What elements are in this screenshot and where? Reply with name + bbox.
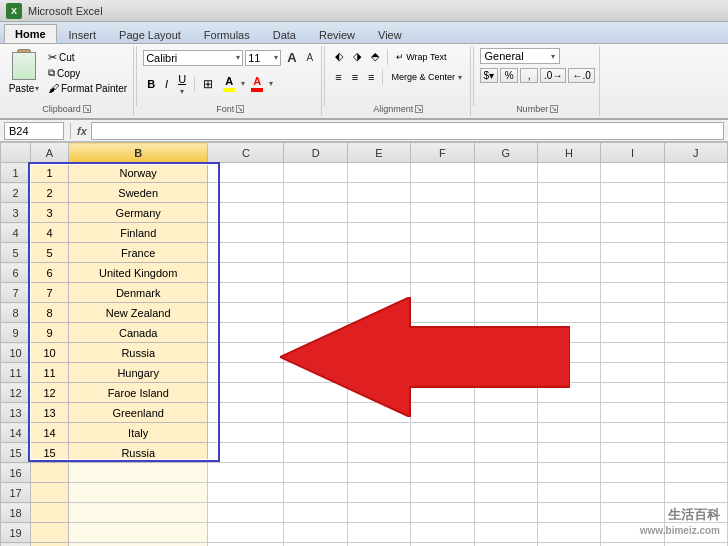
col-header-e[interactable]: E bbox=[347, 143, 410, 163]
cell-h3[interactable] bbox=[537, 203, 600, 223]
bold-button[interactable]: B bbox=[143, 76, 159, 92]
cell-e13[interactable] bbox=[347, 403, 410, 423]
cell-h14[interactable] bbox=[537, 423, 600, 443]
cell-c4[interactable] bbox=[208, 223, 284, 243]
cell-a15[interactable]: 15 bbox=[31, 443, 69, 463]
cell-f18[interactable] bbox=[411, 503, 474, 523]
cell-d14[interactable] bbox=[284, 423, 347, 443]
cell-g13[interactable] bbox=[474, 403, 537, 423]
cell-j7[interactable] bbox=[664, 283, 727, 303]
cell-c19[interactable] bbox=[208, 523, 284, 543]
cell-d1[interactable] bbox=[284, 163, 347, 183]
decrease-decimal-button[interactable]: ←.0 bbox=[568, 68, 594, 83]
cell-g14[interactable] bbox=[474, 423, 537, 443]
cell-f5[interactable] bbox=[411, 243, 474, 263]
cell-h1[interactable] bbox=[537, 163, 600, 183]
col-header-f[interactable]: F bbox=[411, 143, 474, 163]
cell-c11[interactable] bbox=[208, 363, 284, 383]
cell-a17[interactable] bbox=[31, 483, 69, 503]
cell-g18[interactable] bbox=[474, 503, 537, 523]
font-shrink-button[interactable]: A bbox=[303, 50, 318, 65]
cell-c18[interactable] bbox=[208, 503, 284, 523]
cell-h11[interactable] bbox=[537, 363, 600, 383]
cell-c17[interactable] bbox=[208, 483, 284, 503]
cell-b15[interactable]: Russia bbox=[69, 443, 208, 463]
align-top-right-button[interactable]: ⬘ bbox=[367, 48, 383, 65]
cell-f17[interactable] bbox=[411, 483, 474, 503]
cell-d6[interactable] bbox=[284, 263, 347, 283]
cell-j10[interactable] bbox=[664, 343, 727, 363]
font-color-button[interactable]: A bbox=[247, 73, 267, 94]
cut-button[interactable]: ✂ Cut bbox=[46, 50, 129, 65]
cell-h18[interactable] bbox=[537, 503, 600, 523]
cell-f9[interactable] bbox=[411, 323, 474, 343]
cell-h20[interactable] bbox=[537, 543, 600, 547]
cell-f11[interactable] bbox=[411, 363, 474, 383]
cell-a11[interactable]: 11 bbox=[31, 363, 69, 383]
cell-b3[interactable]: Germany bbox=[69, 203, 208, 223]
cell-i12[interactable] bbox=[601, 383, 664, 403]
cell-i10[interactable] bbox=[601, 343, 664, 363]
align-left-button[interactable]: ≡ bbox=[331, 69, 345, 85]
cell-c14[interactable] bbox=[208, 423, 284, 443]
cell-a12[interactable]: 12 bbox=[31, 383, 69, 403]
cell-g17[interactable] bbox=[474, 483, 537, 503]
cell-b8[interactable]: New Zealand bbox=[69, 303, 208, 323]
format-painter-button[interactable]: 🖌 Format Painter bbox=[46, 81, 129, 95]
tab-home[interactable]: Home bbox=[4, 24, 57, 43]
cell-h6[interactable] bbox=[537, 263, 600, 283]
cell-a3[interactable]: 3 bbox=[31, 203, 69, 223]
cell-j14[interactable] bbox=[664, 423, 727, 443]
cell-g12[interactable] bbox=[474, 383, 537, 403]
cell-d10[interactable] bbox=[284, 343, 347, 363]
cell-d2[interactable] bbox=[284, 183, 347, 203]
font-expand-button[interactable]: ↘ bbox=[236, 105, 244, 113]
currency-button[interactable]: $▾ bbox=[480, 68, 499, 83]
cell-i8[interactable] bbox=[601, 303, 664, 323]
cell-h5[interactable] bbox=[537, 243, 600, 263]
cell-g16[interactable] bbox=[474, 463, 537, 483]
number-expand-button[interactable]: ↘ bbox=[550, 105, 558, 113]
col-header-i[interactable]: I bbox=[601, 143, 664, 163]
cell-e12[interactable] bbox=[347, 383, 410, 403]
cell-a10[interactable]: 10 bbox=[31, 343, 69, 363]
merge-center-button[interactable]: Merge & Center ▾ bbox=[387, 70, 465, 84]
col-header-g[interactable]: G bbox=[474, 143, 537, 163]
cell-f1[interactable] bbox=[411, 163, 474, 183]
cell-e16[interactable] bbox=[347, 463, 410, 483]
cell-b16[interactable] bbox=[69, 463, 208, 483]
col-header-b[interactable]: B bbox=[69, 143, 208, 163]
cell-b5[interactable]: France bbox=[69, 243, 208, 263]
cell-d11[interactable] bbox=[284, 363, 347, 383]
cell-d20[interactable] bbox=[284, 543, 347, 547]
cell-b7[interactable]: Denmark bbox=[69, 283, 208, 303]
cell-h12[interactable] bbox=[537, 383, 600, 403]
cell-g4[interactable] bbox=[474, 223, 537, 243]
cell-c9[interactable] bbox=[208, 323, 284, 343]
cell-h8[interactable] bbox=[537, 303, 600, 323]
cell-a16[interactable] bbox=[31, 463, 69, 483]
cell-f8[interactable] bbox=[411, 303, 474, 323]
cell-b10[interactable]: Russia bbox=[69, 343, 208, 363]
cell-d4[interactable] bbox=[284, 223, 347, 243]
cell-i9[interactable] bbox=[601, 323, 664, 343]
cell-i2[interactable] bbox=[601, 183, 664, 203]
cell-j2[interactable] bbox=[664, 183, 727, 203]
cell-c6[interactable] bbox=[208, 263, 284, 283]
cell-c8[interactable] bbox=[208, 303, 284, 323]
cell-i13[interactable] bbox=[601, 403, 664, 423]
cell-a18[interactable] bbox=[31, 503, 69, 523]
cell-h15[interactable] bbox=[537, 443, 600, 463]
italic-button[interactable]: I bbox=[161, 76, 172, 92]
cell-j13[interactable] bbox=[664, 403, 727, 423]
cell-e6[interactable] bbox=[347, 263, 410, 283]
cell-f7[interactable] bbox=[411, 283, 474, 303]
col-header-h[interactable]: H bbox=[537, 143, 600, 163]
cell-b17[interactable] bbox=[69, 483, 208, 503]
cell-c5[interactable] bbox=[208, 243, 284, 263]
col-header-j[interactable]: J bbox=[664, 143, 727, 163]
cell-f14[interactable] bbox=[411, 423, 474, 443]
cell-a6[interactable]: 6 bbox=[31, 263, 69, 283]
cell-e3[interactable] bbox=[347, 203, 410, 223]
cell-d9[interactable] bbox=[284, 323, 347, 343]
